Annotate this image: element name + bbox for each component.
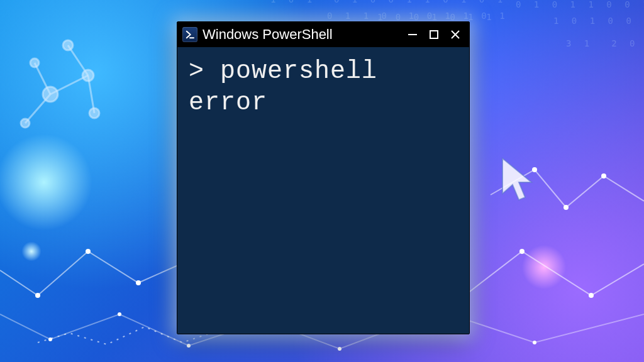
minimize-button[interactable] <box>402 25 423 45</box>
close-button[interactable] <box>445 25 465 45</box>
terminal-body[interactable]: > powershell error <box>177 47 469 334</box>
svg-rect-30 <box>430 31 438 38</box>
window-title: Windows PowerShell <box>203 26 397 43</box>
titlebar[interactable]: Windows PowerShell <box>177 22 469 47</box>
powershell-window[interactable]: Windows PowerShell > powershell error <box>177 21 470 334</box>
terminal-line: powershell <box>220 57 377 85</box>
terminal-line: error <box>189 89 267 117</box>
maximize-button[interactable] <box>424 25 444 45</box>
window-controls <box>402 25 465 45</box>
powershell-icon <box>182 27 197 42</box>
prompt-symbol: > <box>189 57 204 85</box>
